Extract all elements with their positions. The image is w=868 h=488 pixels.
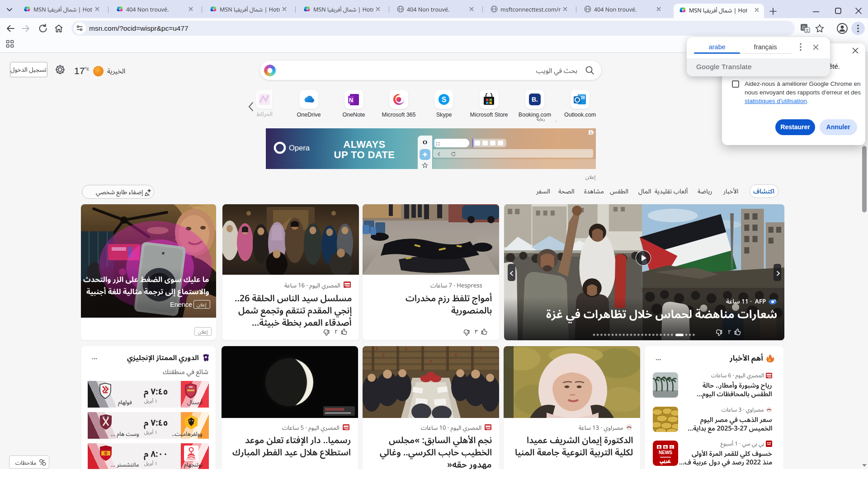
svg-text:B: B <box>664 446 666 449</box>
svg-text:B.: B. <box>532 96 538 103</box>
svg-text:N: N <box>349 97 353 103</box>
svg-text:i: i <box>590 131 591 135</box>
svg-text:O: O <box>423 139 427 145</box>
svg-text:C: C <box>670 446 673 449</box>
svg-text:S: S <box>442 96 447 103</box>
svg-text:B: B <box>658 446 660 449</box>
svg-text:NEWS: NEWS <box>659 450 672 455</box>
svg-text:文: 文 <box>805 28 809 33</box>
